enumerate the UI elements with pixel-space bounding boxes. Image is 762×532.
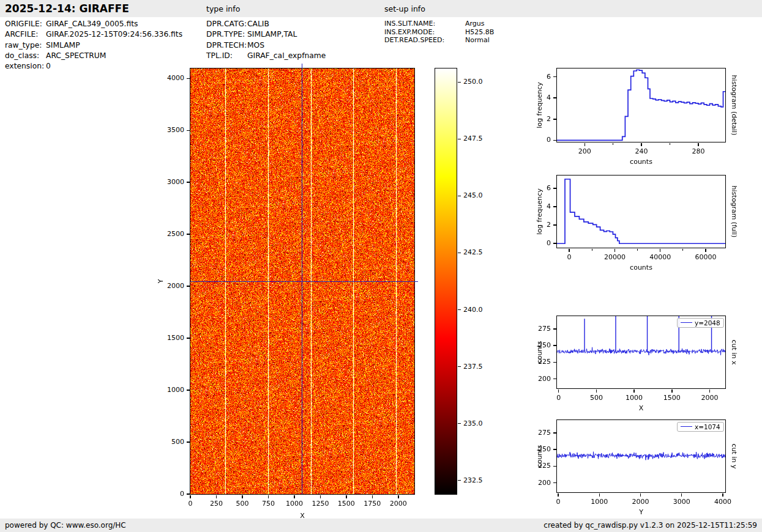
x-tick-label: 3000 [663,497,700,507]
legend: x=1074 [677,422,724,432]
y-tick-mark [187,78,190,79]
footer-left-text: powered by QC: www.eso.org/HC [5,521,126,530]
x-tick-label: 0 [540,393,577,403]
x-tick-mark [599,493,600,497]
x-tick-mark [596,390,597,393]
x-tick-mark [398,495,399,498]
field-label: DPR.TYPE: [206,29,247,40]
x-tick-mark [569,249,570,252]
x-tick-mark [705,249,706,252]
setup-info-heading: set-up info [384,0,425,17]
y-tick-mark [187,441,190,443]
y-tick-label: 500 [143,437,184,447]
x-tick-label: 500 [578,393,614,403]
x-tick-mark [320,495,321,498]
x-axis-label: counts [605,157,678,167]
y-tick-mark [553,76,556,78]
y-tick-mark [187,286,190,287]
type-info-row: DPR.TECH: MOS [206,40,326,51]
y-axis-label: log frequency [535,82,545,128]
file-info-row: ORIGFILE: GIRAF_CAL349_0005.fits [5,19,182,29]
setup-info-block: INS.SLIT.NAME: Argus INS.EXP.MODE: H525.… [384,20,494,45]
type-info-row: DPR.CATG: CALIB [206,19,326,29]
figure-area: 0250500750100012501500175020000500100015… [0,0,762,532]
y-tick-label: 200 [510,478,551,488]
x-tick-mark [640,493,641,497]
field-label: INS.EXP.MODE: [384,28,465,37]
x-tick-label: 0 [551,253,588,262]
field-label: DPR.TECH: [206,40,247,51]
y-tick-mark [553,482,556,484]
setup-info-row: INS.SLIT.NAME: Argus [384,20,494,28]
x-tick-label: 2000 [380,499,417,509]
x-tick-label: 2000 [622,497,659,507]
x-tick-label: 20000 [596,253,633,262]
x-tick-label: 0 [540,497,577,507]
colorbar-tick-mark [458,423,461,424]
right-axis-label: histogram (full) [729,186,739,238]
x-tick-mark [671,390,673,393]
x-tick-mark [190,495,191,498]
x-tick-label: 60000 [687,253,724,262]
field-value: GIRAF_CAL349_0005.fits [46,19,138,29]
y-axis-label: Y [156,279,166,284]
y-tick-label: 0 [510,238,551,248]
colorbar-tick-label: 237.5 [463,362,491,372]
field-value: Normal [465,36,490,45]
legend-line-sample [681,322,692,323]
x-tick-label: 2000 [691,393,728,403]
x-minor-tick-mark [682,249,683,251]
colorbar-tick-mark [458,82,461,83]
field-label: DET.READ.SPEED: [384,36,465,45]
colorbar-tick-label: 235.0 [463,419,491,429]
x-minor-tick-mark [592,249,592,251]
colorbar-tick-mark [458,196,461,197]
type-info-row: TPL.ID: GIRAF_cal_expfname [206,51,326,61]
x-tick-mark [722,493,723,497]
y-axis-label: counts [535,445,545,468]
x-axis-label: Y [605,508,678,517]
colorbar-tick-mark [458,480,461,481]
type-info-heading: type info [206,0,240,17]
y-tick-label: 1500 [143,333,184,343]
y-tick-mark [553,466,556,467]
file-info-block: ORIGFILE: GIRAF_CAL349_0005.fits ARCFILE… [5,19,182,72]
y-tick-label: 6 [510,72,551,82]
file-info-row: ARCFILE: GIRAF.2025-12-15T09:24:56.336.f… [5,29,182,40]
x-tick-mark [242,495,243,498]
colorbar-tick-mark [458,139,461,140]
colorbar-tick-label: 240.0 [463,305,491,315]
page-title: 2025-12-14: GIRAFFE [5,0,129,17]
x-tick-label: 240 [623,147,660,157]
x-tick-mark [709,390,711,393]
field-value: MOS [247,40,264,51]
y-tick-mark [553,362,556,363]
hist-full-canvas [557,175,725,248]
y-tick-mark [187,338,190,339]
x-axis-label: counts [605,263,678,273]
y-tick-label: 275 [510,428,551,438]
y-tick-mark [187,182,190,183]
y-tick-label: 3500 [143,125,184,135]
colorbar-tick-label: 245.0 [463,191,491,201]
field-label: raw_type: [5,40,46,51]
y-tick-label: 0 [510,135,551,145]
y-tick-mark [553,140,556,141]
y-tick-label: 4000 [143,73,184,83]
field-value: CALIB [247,19,269,29]
colorbar-frame [435,68,457,495]
x-minor-tick-mark [637,249,638,251]
x-tick-mark [216,495,217,498]
x-tick-mark [294,495,295,498]
x-minor-tick-mark [670,143,670,145]
field-value: H525.8B [465,28,494,37]
footer-right-text: created by qc_rawdisp.py v1.2.3 on 2025-… [543,521,757,530]
x-tick-label: 1500 [654,393,690,403]
y-axis-label: log frequency [535,188,545,234]
colorbar-tick-label: 242.5 [463,248,491,257]
hist-detail-canvas [557,68,725,142]
x-tick-mark [641,143,642,146]
type-info-row: DPR.TYPE: SIMLAMP,TAL [206,29,326,40]
y-tick-mark [553,345,556,346]
y-tick-label: 2500 [143,229,184,239]
